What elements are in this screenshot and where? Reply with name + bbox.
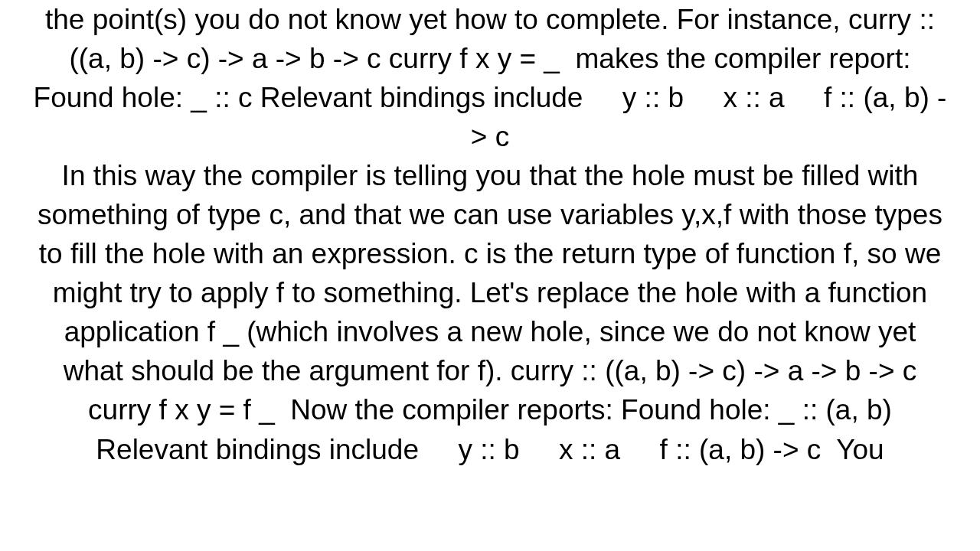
document-body: the point(s) you do not know yet how to … (0, 0, 980, 551)
paragraph-2: In this way the compiler is telling you … (31, 156, 949, 468)
paragraph-1: the point(s) you do not know yet how to … (31, 0, 949, 156)
